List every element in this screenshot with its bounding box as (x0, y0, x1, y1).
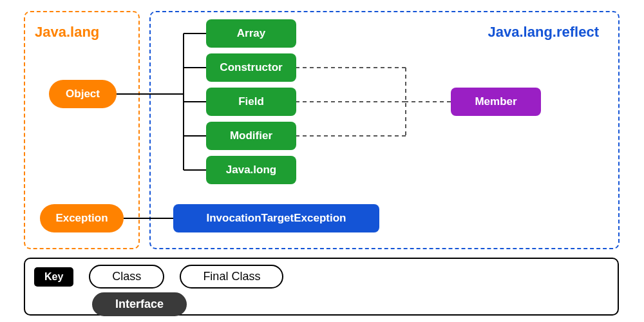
node-label: Object (66, 88, 100, 100)
package-label-lang: Java.lang (35, 24, 99, 41)
package-label-reflect: Java.lang.reflect (488, 24, 599, 41)
node-label: Modifier (230, 129, 272, 142)
node-object: Object (49, 80, 117, 108)
legend-item-interface: Interface (92, 292, 187, 316)
node-label: Array (237, 27, 265, 40)
node-label: Exception (55, 212, 108, 225)
legend-item-final-class: Final Class (180, 265, 283, 289)
node-constructor: Constructor (206, 53, 296, 82)
node-array: Array (206, 19, 296, 48)
node-label: Java.long (226, 164, 276, 176)
node-label: Constructor (220, 61, 282, 74)
legend-box: Key Class Final Class Interface (24, 258, 619, 316)
node-label: Field (238, 95, 264, 108)
node-invocation-target-exception: InvocationTargetException (173, 204, 379, 232)
node-javalong: Java.long (206, 156, 296, 184)
legend-key-chip: Key (34, 267, 73, 287)
node-exception: Exception (40, 204, 124, 232)
node-label: Member (475, 95, 516, 108)
node-field: Field (206, 88, 296, 116)
node-modifier: Modifier (206, 122, 296, 150)
node-label: InvocationTargetException (207, 212, 346, 225)
node-member: Member (451, 88, 541, 116)
legend-item-class: Class (89, 265, 164, 289)
